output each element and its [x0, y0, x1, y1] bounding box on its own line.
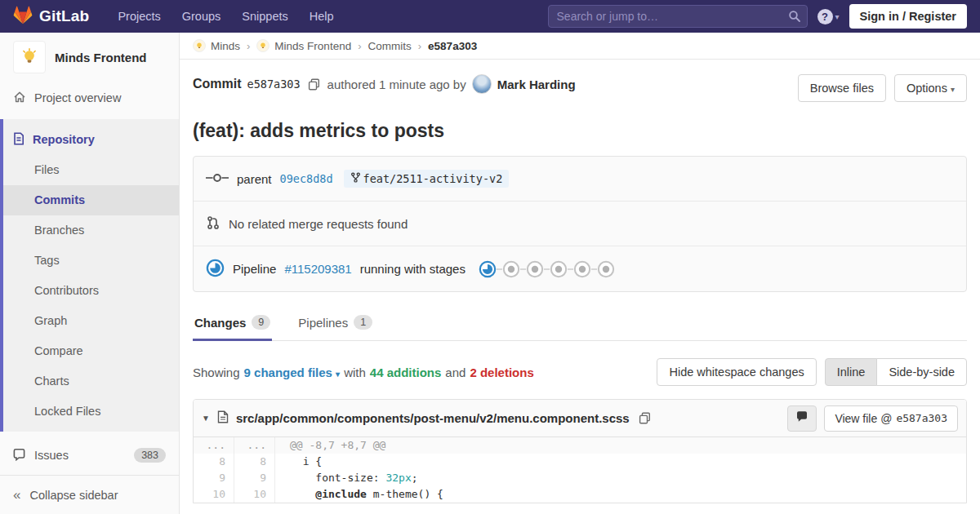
pipeline-stage-created-icon[interactable] — [573, 260, 591, 278]
nav-link-snippets[interactable]: Snippets — [231, 10, 298, 23]
breadcrumb-current: e587a303 — [428, 40, 477, 52]
options-dropdown-button[interactable]: Options ▾ — [894, 74, 967, 102]
new-line-number[interactable]: 10 — [234, 486, 275, 503]
breadcrumb-item-minds-frontend[interactable]: Minds Frontend — [256, 39, 351, 52]
view-mode-toggle: Inline Side-by-side — [825, 358, 967, 386]
sidebar-item-tags[interactable]: Tags — [3, 246, 179, 276]
pipeline-running-icon — [206, 259, 225, 280]
new-line-number[interactable]: 9 — [234, 470, 275, 486]
collapse-sidebar-button[interactable]: « Collapse sidebar — [0, 475, 179, 514]
document-icon — [13, 132, 24, 148]
view-file-button[interactable]: View file @ e587a303 — [824, 405, 958, 432]
toggle-comments-button[interactable] — [787, 405, 817, 432]
chevron-down-icon: ▾ — [951, 85, 955, 94]
home-icon — [13, 91, 26, 106]
breadcrumb-label: Minds — [211, 40, 240, 52]
pipeline-id-link[interactable]: #115209381 — [284, 262, 351, 276]
breadcrumb-item-commits[interactable]: Commits — [368, 40, 412, 52]
commit-info-card: parent 09ec8d8d feat/2511-activity-v2 — [193, 156, 967, 292]
hide-whitespace-button[interactable]: Hide whitespace changes — [657, 358, 816, 386]
pipeline-stage-created-icon[interactable] — [597, 260, 615, 278]
sidebar-item-files[interactable]: Files — [3, 155, 179, 185]
breadcrumb-item-minds[interactable]: Minds — [193, 39, 240, 52]
side-by-side-view-button[interactable]: Side-by-side — [876, 358, 967, 386]
old-line-number[interactable]: ... — [194, 437, 234, 454]
main-content: Minds›Minds Frontend›Commits›e587a303 Co… — [180, 33, 980, 503]
search-input[interactable] — [548, 5, 808, 28]
tab-pipelines[interactable]: Pipelines1 — [296, 305, 374, 340]
breadcrumb-separator: › — [358, 40, 361, 52]
breadcrumb-separator: › — [247, 40, 250, 52]
old-line-number[interactable]: 10 — [194, 486, 234, 503]
tab-label: Changes — [194, 316, 246, 330]
pipeline-stage-created-icon[interactable] — [526, 260, 544, 278]
collapse-file-caret-icon[interactable]: ▼ — [202, 414, 210, 423]
breadcrumb-label: Minds Frontend — [274, 40, 351, 52]
changed-files-dropdown[interactable]: 9 changed files ▾ — [244, 366, 341, 379]
sidebar-item-commits[interactable]: Commits — [3, 185, 179, 215]
brand-text: GitLab — [39, 7, 89, 25]
search-icon[interactable] — [788, 10, 801, 26]
additions-count: 44 additions — [370, 366, 442, 379]
sidebar-item-contributors[interactable]: Contributors — [3, 276, 179, 306]
commit-header: Commit e587a303 authored 1 minute ago by… — [180, 60, 980, 102]
project-header[interactable]: Minds Frontend — [0, 33, 179, 83]
main-nav: ProjectsGroupsSnippetsHelp — [107, 10, 344, 23]
sidebar: Minds Frontend Project overview Reposito… — [0, 33, 180, 514]
sidebar-item-locked-files[interactable]: Locked Files — [3, 397, 179, 427]
tab-count-badge: 9 — [252, 315, 270, 330]
pipeline-stage-created-icon[interactable] — [550, 260, 568, 278]
sidebar-item-issues[interactable]: Issues 383 — [0, 440, 179, 471]
sidebar-item-charts[interactable]: Charts — [3, 366, 179, 397]
branch-name: feat/2511-activity-v2 — [363, 172, 503, 185]
sidebar-item-compare[interactable]: Compare — [3, 336, 179, 366]
commit-title: (feat): adds metrics to posts — [180, 102, 980, 142]
nav-link-help[interactable]: Help — [299, 10, 345, 23]
breadcrumb-label: Commits — [368, 40, 412, 52]
branch-badge[interactable]: feat/2511-activity-v2 — [344, 170, 510, 188]
sidebar-item-label: Issues — [34, 449, 126, 462]
diff-file-card: ▼ src/app/common/components/post-menu/v2… — [193, 399, 967, 503]
diff-file-header: ▼ src/app/common/components/post-menu/v2… — [194, 400, 966, 437]
breadcrumb-avatar-icon — [193, 39, 206, 52]
issues-icon — [13, 448, 26, 463]
parent-label: parent — [237, 172, 272, 186]
pipeline-stage-created-icon[interactable] — [502, 260, 520, 278]
deletions-count: 2 deletions — [470, 366, 533, 379]
sidebar-item-branches[interactable]: Branches — [3, 215, 179, 246]
sign-in-button[interactable]: Sign in / Register — [849, 4, 967, 29]
diff-table: ......@@ -8,7 +8,7 @@88 i {99 font-size:… — [194, 437, 966, 503]
old-line-number[interactable]: 9 — [194, 470, 234, 486]
inline-view-button[interactable]: Inline — [825, 358, 878, 386]
sidebar-item-label: Repository — [33, 133, 95, 146]
tab-changes[interactable]: Changes9 — [193, 305, 272, 340]
copy-path-button[interactable] — [637, 410, 653, 426]
copy-sha-button[interactable] — [306, 77, 322, 92]
sidebar-item-label: Project overview — [34, 91, 121, 104]
diff-hunk-row: ......@@ -8,7 +8,7 @@ — [194, 437, 966, 454]
commit-label: Commit — [193, 77, 242, 91]
new-line-number[interactable]: 8 — [234, 454, 275, 470]
author-avatar[interactable] — [472, 74, 492, 94]
author-name[interactable]: Mark Harding — [497, 78, 576, 91]
pipeline-stage-running-icon[interactable] — [479, 260, 497, 278]
nav-link-projects[interactable]: Projects — [107, 10, 171, 23]
authored-text: authored 1 minute ago by — [327, 78, 466, 91]
gitlab-logo[interactable]: GitLab — [13, 6, 89, 28]
breadcrumb-avatar-icon — [256, 39, 270, 52]
project-name: Minds Frontend — [55, 51, 147, 64]
top-navbar: GitLab ProjectsGroupsSnippetsHelp ? ▾ Si… — [0, 0, 980, 33]
new-line-number[interactable]: ... — [234, 437, 275, 454]
browse-files-button[interactable]: Browse files — [798, 74, 886, 102]
pipeline-status-text: running with stages — [360, 262, 466, 276]
file-path[interactable]: src/app/common/components/post-menu/v2/m… — [236, 411, 630, 425]
sidebar-item-project-overview[interactable]: Project overview — [0, 83, 179, 113]
nav-link-groups[interactable]: Groups — [172, 10, 232, 23]
commit-dot-icon — [206, 172, 229, 186]
sidebar-item-graph[interactable]: Graph — [3, 306, 179, 336]
pipeline-label: Pipeline — [233, 262, 276, 276]
old-line-number[interactable]: 8 — [194, 454, 234, 470]
help-menu[interactable]: ? ▾ — [817, 9, 840, 24]
sidebar-item-repository[interactable]: Repository — [3, 124, 179, 155]
parent-sha-link[interactable]: 09ec8d8d — [280, 172, 333, 185]
